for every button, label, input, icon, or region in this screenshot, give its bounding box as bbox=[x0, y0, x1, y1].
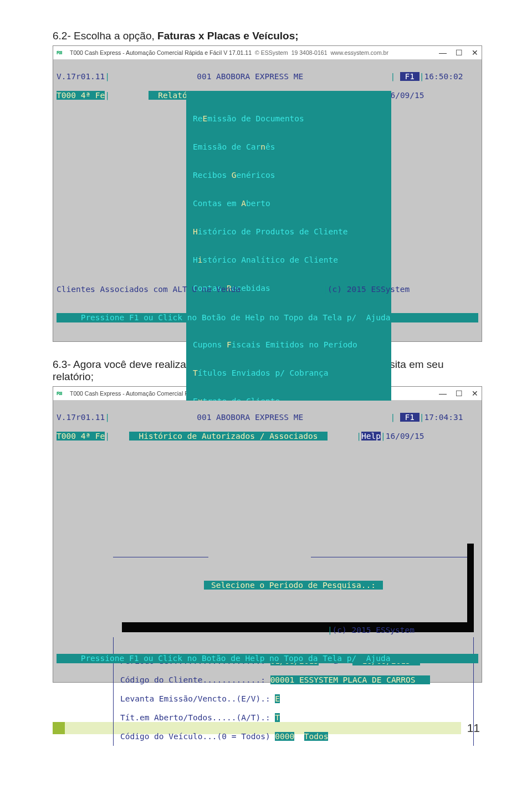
veiculo-nome: Todos bbox=[304, 732, 329, 741]
footer-hint: Clientes Associados com ALT U na Venda bbox=[57, 285, 241, 294]
app-icon: RII bbox=[57, 391, 66, 396]
version-label: V.17r01.11 bbox=[57, 413, 105, 422]
frame-border bbox=[113, 557, 208, 557]
terminal-body-2: V.17r01.11| 001 ABOBORA EXPRESS ME | F1 … bbox=[53, 401, 482, 682]
close-icon[interactable]: ✕ bbox=[472, 48, 478, 57]
terminal-body-1: V.17r01.11| 001 ABOBORA EXPRESS ME | F1 … bbox=[53, 60, 482, 341]
window-titlebar: RII T000 Cash Express - Automação Comerc… bbox=[53, 46, 482, 60]
ess-logo: © ESSystem bbox=[255, 49, 288, 56]
screenshot-2: RII T000 Cash Express - Automação Comerc… bbox=[53, 386, 482, 683]
ess-phone: 19 3408-0161 bbox=[291, 49, 328, 56]
screen-subtitle: Histórico de Autorizados / Associados bbox=[129, 432, 328, 441]
date-label: 16/09/15 bbox=[386, 432, 424, 441]
company-name: 001 ABOBORA EXPRESS ME bbox=[197, 413, 303, 422]
menu-item-recibos[interactable]: Recibos Genéricos bbox=[190, 171, 388, 180]
form-title: Selecione o Periodo de Pesquisa..: bbox=[204, 581, 382, 590]
veiculo-label: Código do Veículo...(0 = Todos) bbox=[120, 732, 270, 741]
veiculo-codigo-input[interactable]: 0000 bbox=[275, 732, 294, 741]
footer-copyright: (c) 2015 ESSystem bbox=[332, 626, 415, 634]
f1-button[interactable]: F1 bbox=[400, 72, 420, 81]
time-label: 16:50:02 bbox=[424, 72, 463, 81]
step-6-3-prefix: 6.3- bbox=[53, 359, 73, 370]
screenshot-1: RII T000 Cash Express - Automação Comerc… bbox=[53, 45, 482, 342]
menu-item-carnes[interactable]: Emissão de Carnês bbox=[190, 142, 388, 152]
time-label: 17:04:31 bbox=[424, 413, 463, 422]
frame-border bbox=[311, 557, 469, 557]
menu-item-hist-produtos[interactable]: Histórico de Produtos de Cliente bbox=[190, 227, 388, 237]
footer-copyright: (c) 2015 ESSystem bbox=[328, 285, 410, 294]
tline-label: T000 4ª Fe bbox=[57, 91, 105, 100]
minimize-icon[interactable]: — bbox=[439, 389, 447, 398]
menu-item-titulos-cobranca[interactable]: Títulos Enviados p/ Cobrança bbox=[190, 368, 388, 378]
window-title: T000 Cash Express - Automação Comercial … bbox=[70, 49, 252, 56]
at-label: Tít.em Aberto/Todos.....(A/T).: bbox=[120, 713, 270, 722]
footer-help-line: Pressione F1 ou Click no Botão de Help n… bbox=[57, 654, 410, 663]
close-icon[interactable]: ✕ bbox=[472, 389, 478, 398]
version-label: V.17r01.11 bbox=[57, 72, 105, 81]
footer-help-line: Pressione F1 ou Click no Botão de Help n… bbox=[57, 313, 410, 322]
step-6-2-bold: Faturas x Placas e Veículos; bbox=[157, 30, 299, 42]
ess-url: www.essystem.com.br bbox=[330, 49, 388, 56]
ev-label: Levanta Emissão/Vencto..(E/V).: bbox=[120, 694, 270, 703]
footer-accent bbox=[53, 722, 65, 734]
help-button[interactable]: Help bbox=[361, 432, 381, 441]
company-name: 001 ABOBORA EXPRESS ME bbox=[197, 72, 303, 81]
menu-item-contas-aberto[interactable]: Contas em Aberto bbox=[190, 199, 388, 208]
menu-item-hist-analitico[interactable]: Histórico Analítico de Cliente bbox=[190, 255, 388, 265]
ev-input[interactable]: E bbox=[275, 694, 280, 703]
date-label: 16/09/15 bbox=[386, 91, 424, 100]
menu-item-reemissao[interactable]: ReEmissão de Documentos bbox=[190, 114, 388, 124]
menu-item-cupons-fiscais[interactable]: Cupons Fiscais Emitidos no Período bbox=[190, 340, 388, 350]
tline-label: T000 4ª Fe bbox=[57, 432, 105, 441]
step-6-2-prefix: 6.2- Escolha a opção, bbox=[53, 30, 157, 42]
maximize-icon[interactable]: ☐ bbox=[456, 48, 463, 57]
minimize-icon[interactable]: — bbox=[439, 48, 447, 57]
step-6-2-heading: 6.2- Escolha a opção, Faturas x Placas e… bbox=[53, 30, 482, 42]
at-input[interactable]: T bbox=[275, 713, 280, 722]
maximize-icon[interactable]: ☐ bbox=[456, 389, 463, 398]
f1-button[interactable]: F1 bbox=[400, 413, 420, 422]
app-icon: RII bbox=[57, 50, 66, 55]
